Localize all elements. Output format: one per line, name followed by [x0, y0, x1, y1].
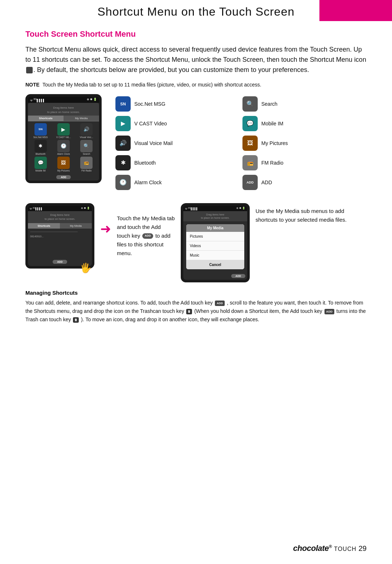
r-menu-cancel[interactable]: Cancel	[186, 260, 244, 269]
note-line: NOTE Touch the My Media tab to set up to…	[25, 82, 367, 88]
shortcut-search: 🔍 Search	[240, 94, 367, 114]
shortcut-vcast: ▶ V CAST Video	[113, 114, 240, 133]
screenshots-row: Ψ 3G▌▌▌▌ ⊕ ✱ 🔋 Drag items hereto place o…	[25, 94, 367, 192]
shortcut-mobile-im: 💬 Mobile IM	[240, 114, 367, 133]
add-button-phone[interactable]: ADD	[56, 175, 70, 179]
mobile-im-icon-large: 💬	[242, 116, 258, 131]
shortcut-menu-icon	[26, 67, 33, 73]
page-footer: chocolate® TOUCH 29	[293, 544, 367, 553]
b-add-button[interactable]: ADD	[53, 260, 67, 264]
my-pictures-icon-large: 🖼	[242, 136, 258, 151]
icon-my-pictures[interactable]: 🖼 My Pictures	[55, 157, 72, 172]
icon-mobile-im[interactable]: 💬 Mobile IM	[32, 157, 49, 172]
phone-mockup-bottom-right: Ψ 3G▌▌▌▌ ⊕ ✱ 🔋 Drag items hereto place o…	[181, 203, 250, 283]
b-tab-shortcuts[interactable]: Shortcuts	[28, 223, 60, 229]
shortcut-add[interactable]: ADD ADD	[240, 173, 367, 192]
icon-visual-voicemail[interactable]: 🔊 Visual Voic...	[78, 123, 95, 138]
r-menu-pictures[interactable]: Pictures	[186, 232, 244, 241]
brand-touch: TOUCH	[334, 546, 356, 552]
vcast-icon: ▶	[115, 116, 131, 131]
tab-shortcuts[interactable]: Shortcuts	[28, 116, 64, 121]
shortcut-bluetooth: ✱ Bluetooth	[113, 153, 240, 173]
shortcut-soc-net-msg: SN Soc.Net MSG	[113, 94, 240, 114]
status-left: Ψ 3G▌▌▌▌	[30, 98, 45, 102]
icon-alarm-clock[interactable]: 🕐 Alarm Clock	[55, 140, 72, 155]
hand-cursor-icon: 🖐	[80, 262, 91, 274]
touch-description: Touch the My Media tab and touch the Add…	[117, 203, 175, 258]
section-title: Touch Screen Shortcut Menu	[25, 29, 367, 39]
soc-net-icon: SN	[115, 96, 131, 112]
page-title: Shortcut Menu on the Touch Screen	[0, 0, 392, 19]
trash-inline-icon-2: 🗑	[73, 317, 79, 323]
shortcut-my-pictures: 🖼 My Pictures	[240, 133, 367, 153]
r-menu-title: My Media	[186, 224, 244, 232]
shortcut-col-1: SN Soc.Net MSG ▶ V CAST Video 🔊 Visual V…	[113, 94, 240, 192]
icon-search[interactable]: 🔍 Search	[78, 140, 95, 155]
phone-mockup-bottom-left: Ψ 3G▌▌▌▌ ⊕ ✱ 🔋 Drag items hereto place o…	[25, 203, 94, 269]
drag-area: Drag items hereto place on home screen.	[28, 103, 99, 115]
shortcut-list-area: SN Soc.Net MSG ▶ V CAST Video 🔊 Visual V…	[113, 94, 367, 192]
r-menu-videos[interactable]: Videos	[186, 241, 244, 251]
brand-name: chocolate®	[293, 544, 332, 553]
alarm-icon-large: 🕐	[115, 175, 131, 190]
icon-vcast-video[interactable]: ▶ V CAST Vid...	[55, 123, 72, 138]
use-description: Use the My Media sub menus to add shortc…	[256, 203, 367, 224]
arrow-right-icon: ➜	[100, 203, 111, 237]
icon-soc-net-msg[interactable]: SN Soc.Net MSG	[32, 123, 49, 138]
status-right: ⊕ ✱ 🔋	[87, 98, 97, 102]
managing-text: You can add, delete, and rearrange short…	[25, 299, 367, 324]
phone-mockup-main: Ψ 3G▌▌▌▌ ⊕ ✱ 🔋 Drag items hereto place o…	[25, 94, 102, 183]
icon-bluetooth[interactable]: ✱ Bluetooth	[32, 140, 49, 155]
page-number: 29	[359, 544, 367, 553]
add-inline-icon-3: ADD	[324, 309, 334, 314]
r-add-button[interactable]: ADD	[231, 274, 245, 278]
shortcut-vvm: 🔊 Visual Voice Mail	[113, 133, 240, 153]
intro-paragraph: The Shortcut Menu allows quick, direct a…	[25, 45, 367, 75]
r-menu-music[interactable]: Music	[186, 251, 244, 260]
add-inline-icon: ADD	[142, 233, 153, 239]
shortcut-col-2: 🔍 Search 💬 Mobile IM 🖼 My Pictures 📻 FM …	[240, 94, 367, 192]
search-icon-large: 🔍	[242, 96, 258, 112]
shortcut-fm-radio: 📻 FM Radio	[240, 153, 367, 173]
b-drag-area: Drag items hereto place on home screen.	[28, 211, 92, 223]
b-date-line: 08140910...	[30, 234, 90, 238]
bluetooth-icon-large: ✱	[115, 155, 131, 170]
vvm-icon: 🔊	[115, 136, 131, 151]
r-drag-area: Drag items hereto place on home screen.	[183, 211, 247, 221]
add-icon-large[interactable]: ADD	[242, 175, 258, 190]
add-inline-icon-2: ADD	[215, 301, 225, 306]
icon-fm-radio[interactable]: 📻 FM Radio	[78, 157, 95, 172]
shortcut-alarm: 🕐 Alarm Clock	[113, 173, 240, 192]
fm-radio-icon-large: 📻	[242, 155, 258, 170]
bottom-phones-row: Ψ 3G▌▌▌▌ ⊕ ✱ 🔋 Drag items hereto place o…	[25, 203, 367, 283]
managing-title: Managing Shortcuts	[25, 290, 367, 296]
tab-my-media[interactable]: My Media	[64, 116, 99, 121]
trash-inline-icon: 🗑	[186, 309, 192, 314]
b-tab-my-media[interactable]: My Media	[60, 223, 92, 229]
